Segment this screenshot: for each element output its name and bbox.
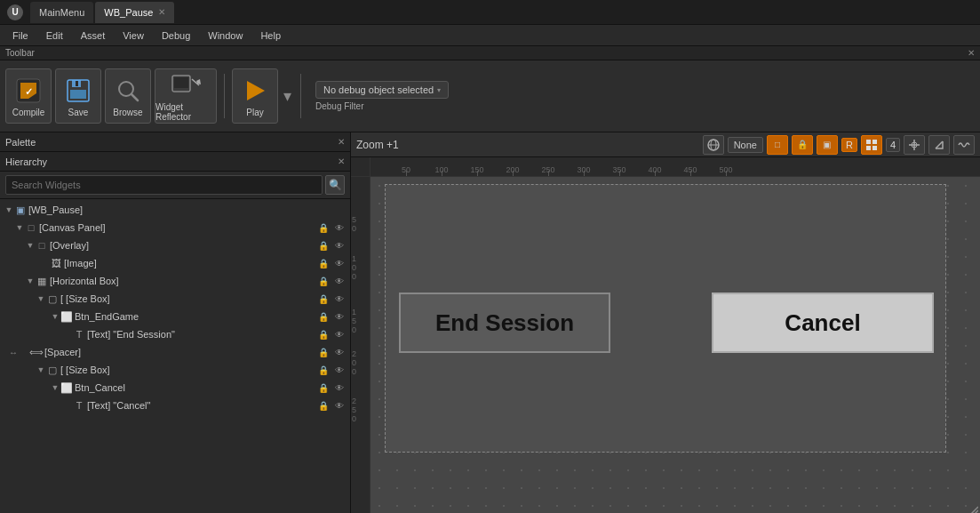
lock-icon[interactable]: 🔒 <box>316 238 331 252</box>
lock-icon[interactable]: 🔒 <box>316 398 331 413</box>
compile-icon: ✓ <box>13 76 44 106</box>
square-tool-button[interactable]: □ <box>767 135 788 155</box>
expand-icon[interactable]: ▼ <box>50 311 60 322</box>
lock-icon[interactable]: 🔒 <box>316 292 331 306</box>
menu-view[interactable]: View <box>114 28 153 43</box>
expand-icon[interactable]: ▼ <box>50 382 60 393</box>
lock-icon[interactable]: 🔒 <box>316 381 331 395</box>
menu-help[interactable]: Help <box>251 28 290 43</box>
eye-icon[interactable]: 👁 <box>332 309 347 324</box>
lock-icon[interactable]: 🔒 <box>316 363 331 377</box>
play-button[interactable]: Play <box>232 68 278 124</box>
lock-icon[interactable]: 🔒 <box>316 256 331 270</box>
globe-tool-button[interactable] <box>703 135 724 155</box>
tree-actions: 🔒 👁 <box>316 398 347 413</box>
tree-item-text-cancel[interactable]: ▶ T [Text] "Cancel" 🔒 👁 <box>0 397 350 414</box>
eye-icon[interactable]: 👁 <box>332 220 347 235</box>
grid-tool-button[interactable] <box>861 135 882 155</box>
eye-icon[interactable]: 👁 <box>332 238 347 252</box>
browse-button[interactable]: Browse <box>105 68 151 124</box>
r-tool-button[interactable]: R <box>841 138 857 152</box>
tree-item-overlay[interactable]: ▼ □ [Overlay] 🔒 👁 <box>0 236 350 254</box>
save-button[interactable]: Save <box>55 68 101 124</box>
menu-window[interactable]: Window <box>199 28 251 43</box>
widget-reflector-button[interactable]: Widget Reflector <box>155 68 217 124</box>
canvas-area: Zoom +1 None □ 🔒 ▣ R 4 <box>351 132 980 513</box>
x-ruler: 50 100 150 200 250 300 350 400 450 500 <box>370 157 980 177</box>
eye-icon[interactable]: 👁 <box>332 363 347 377</box>
tree-item-wb-pause[interactable]: ▼ ▣ [WB_Pause] <box>0 201 350 219</box>
lock-icon[interactable]: 🔒 <box>316 309 331 324</box>
tree-item-size-box-2[interactable]: ▼ ▢ [ [Size Box] 🔒 👁 <box>0 361 350 379</box>
tree-item-canvas-panel[interactable]: ▼ □ [Canvas Panel] 🔒 👁 <box>0 219 350 236</box>
eye-icon[interactable]: 👁 <box>332 398 347 413</box>
svg-rect-19 <box>866 146 871 150</box>
play-label: Play <box>246 108 263 117</box>
menu-asset[interactable]: Asset <box>72 28 115 43</box>
lock-icon[interactable]: 🔒 <box>316 345 331 359</box>
canvas-toolbar: Zoom +1 None □ 🔒 ▣ R 4 <box>351 132 980 157</box>
box-tool-button[interactable]: ▣ <box>817 135 838 155</box>
expand-icon[interactable]: ▼ <box>25 276 36 286</box>
expand-icon[interactable]: ▼ <box>4 204 14 215</box>
expand-icon[interactable]: ▼ <box>14 222 25 233</box>
browse-label: Browse <box>113 108 142 117</box>
eye-icon[interactable]: 👁 <box>332 292 347 306</box>
palette-close-icon[interactable]: ✕ <box>338 137 345 147</box>
eye-icon[interactable]: 👁 <box>332 256 347 270</box>
end-session-label: End Session <box>435 309 574 337</box>
tree-item-spacer[interactable]: ↔ ▶ ⟺ [Spacer] 🔒 👁 <box>0 343 350 361</box>
close-tab-icon[interactable]: ✕ <box>158 7 165 17</box>
eye-icon[interactable]: 👁 <box>332 327 347 341</box>
tab-main-menu[interactable]: MainMenu <box>30 2 93 23</box>
lock-icon[interactable]: 🔒 <box>316 274 331 288</box>
tree-actions: 🔒 👁 <box>316 381 347 395</box>
lock-icon[interactable]: 🔒 <box>316 327 331 341</box>
resize-handle-icon[interactable] <box>964 503 978 513</box>
resize-tool-button[interactable] <box>928 135 950 155</box>
hierarchy-close-icon[interactable]: ✕ <box>338 156 345 166</box>
cancel-button[interactable]: Cancel <box>712 293 934 353</box>
eye-icon[interactable]: 👁 <box>332 381 347 395</box>
debug-dropdown-arrow-icon: ▾ <box>437 86 441 94</box>
none-button[interactable]: None <box>728 137 763 153</box>
tree-item-text-end-session[interactable]: ▶ T [Text] "End Session" 🔒 👁 <box>0 325 350 343</box>
wave-tool-button[interactable] <box>953 135 975 155</box>
tree-actions: 🔒 👁 <box>316 345 347 359</box>
svg-text:✓: ✓ <box>25 86 33 97</box>
search-input[interactable] <box>5 175 323 195</box>
tree-label: [Text] "End Session" <box>87 329 316 340</box>
debug-filter-label: Debug Filter <box>315 101 363 111</box>
play-dropdown-arrow[interactable]: ▾ <box>283 86 291 106</box>
crosshair-tool-button[interactable] <box>904 135 925 155</box>
expand-icon[interactable]: ▼ <box>36 293 46 304</box>
widget-icon: □ <box>25 221 37 234</box>
toolbar-close-icon[interactable]: ✕ <box>968 48 975 58</box>
tree-item-size-box-1[interactable]: ▼ ▢ [ [Size Box] 🔒 👁 <box>0 290 350 308</box>
tree-item-image[interactable]: ▶ 🖼 [Image] 🔒 👁 <box>0 254 350 272</box>
toolbar-title-label: Toolbar <box>5 48 35 58</box>
menu-file[interactable]: File <box>4 28 37 43</box>
tree-item-btn-cancel[interactable]: ▼ ⬜ Btn_Cancel 🔒 👁 <box>0 379 350 397</box>
tree-item-horizontal-box[interactable]: ▼ ▦ [Horizontal Box] 🔒 👁 <box>0 272 350 290</box>
lock-icon[interactable]: 🔒 <box>316 220 331 235</box>
expand-icon[interactable]: ▼ <box>36 365 46 375</box>
eye-icon[interactable]: 👁 <box>332 274 347 288</box>
compile-button[interactable]: ✓ Compile <box>5 68 52 124</box>
tree-actions: 🔒 👁 <box>316 292 347 306</box>
lock-tool-button[interactable]: 🔒 <box>792 135 813 155</box>
widget-icon: ▣ <box>14 204 27 216</box>
menu-debug[interactable]: Debug <box>153 28 199 43</box>
end-session-button[interactable]: End Session <box>399 293 610 353</box>
expand-icon[interactable]: ▼ <box>25 240 36 251</box>
widget-reflector-icon <box>171 70 201 100</box>
num-tool[interactable]: 4 <box>886 138 900 152</box>
menu-edit[interactable]: Edit <box>37 28 72 43</box>
debug-dropdown[interactable]: No debug object selected ▾ <box>315 81 449 99</box>
tree-item-btn-end-game[interactable]: ▼ ⬜ Btn_EndGame 🔒 👁 <box>0 308 350 325</box>
search-button[interactable]: 🔍 <box>325 175 345 195</box>
tab-wb-pause[interactable]: WB_Pause ✕ <box>95 2 174 23</box>
hierarchy-header: Hierarchy ✕ <box>0 152 350 172</box>
eye-icon[interactable]: 👁 <box>332 345 347 359</box>
canvas-grid[interactable]: End Session Cancel <box>370 177 980 513</box>
